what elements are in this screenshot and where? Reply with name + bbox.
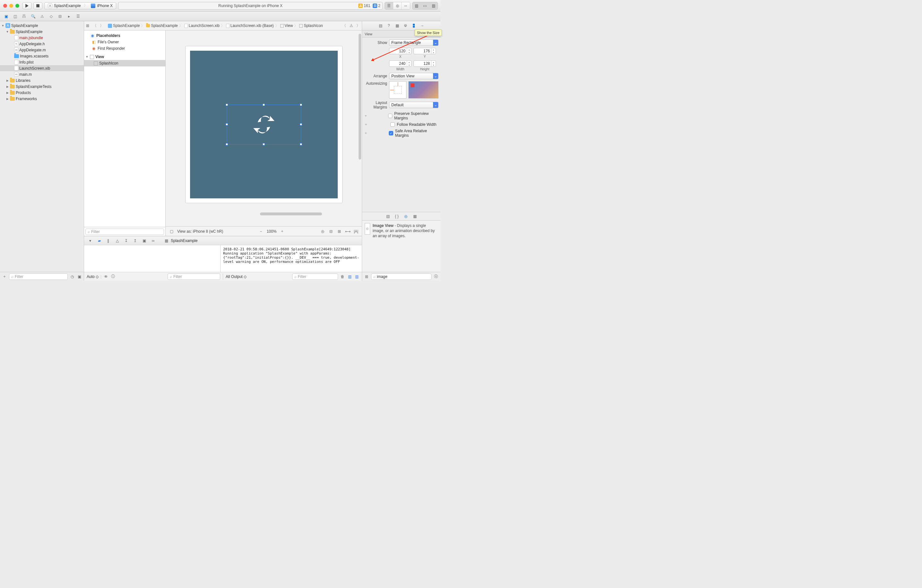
zoom-in-button[interactable]: ＋ xyxy=(280,229,285,234)
tree-folder[interactable]: ▶Libraries xyxy=(0,77,84,83)
grid-view-icon[interactable]: ⊞ xyxy=(364,274,369,279)
step-out-icon[interactable]: ↥ xyxy=(132,237,139,244)
step-over-icon[interactable]: △ xyxy=(114,237,121,244)
library-filter[interactable]: ⌕image xyxy=(371,273,432,280)
crumb[interactable]: LaunchScreen.xib (Base) xyxy=(226,23,274,28)
help-inspector-tab[interactable]: ? xyxy=(385,23,392,29)
tree-group[interactable]: ▼SplashExample xyxy=(0,29,84,35)
selected-imageview[interactable] xyxy=(227,105,301,144)
next-issue-button[interactable]: 〉 xyxy=(355,23,362,29)
toggle-debug-button[interactable]: ▭ xyxy=(421,2,429,9)
clear-filter-icon[interactable]: ⓧ xyxy=(433,274,438,279)
tree-file[interactable]: mAppDelegate.m xyxy=(0,47,84,53)
tree-file[interactable]: Images.xcassets xyxy=(0,53,84,59)
related-items-icon[interactable]: ⊞ xyxy=(84,23,91,29)
scheme-selector[interactable]: ASplashExample 〉 iPhone X xyxy=(44,2,116,9)
close-window-button[interactable] xyxy=(3,4,7,8)
files-owner[interactable]: ◧File's Owner xyxy=(84,39,165,45)
project-root[interactable]: ▼ASplashExample xyxy=(0,23,84,29)
debug-navigator-tab[interactable]: ⊟ xyxy=(56,13,64,20)
run-button[interactable] xyxy=(23,2,31,9)
debug-target[interactable]: SplashExample xyxy=(171,238,198,243)
debug-view-icon[interactable]: ▣ xyxy=(141,237,148,244)
variables-filter[interactable]: ⌕Filter xyxy=(168,273,220,280)
issue-list-button[interactable]: ⚠ xyxy=(348,23,355,29)
outline-view[interactable]: ▼View xyxy=(84,54,165,60)
project-navigator-tab[interactable]: ▣ xyxy=(2,13,10,20)
crumb[interactable]: View xyxy=(280,23,293,28)
size-inspector-tab[interactable] xyxy=(410,23,418,29)
forward-button[interactable]: 〉 xyxy=(98,23,105,29)
add-option-icon[interactable]: + xyxy=(364,122,368,127)
crumb[interactable]: SplashIcon xyxy=(299,23,323,28)
show-popup[interactable]: Frame Rectangle⌄ xyxy=(389,39,438,46)
console-output[interactable]: 2018-02-21 09:58:06.241451-0600 SplashEx… xyxy=(221,245,362,272)
variables-scope-popup[interactable]: Auto ◇ xyxy=(87,274,98,279)
pause-icon[interactable]: ‖ xyxy=(105,237,112,244)
test-navigator-tab[interactable]: ◇ xyxy=(47,13,55,20)
back-button[interactable]: 〈 xyxy=(91,23,98,29)
right-pane-icon[interactable]: ▥ xyxy=(354,274,359,279)
console-scope-popup[interactable]: All Output ◇ xyxy=(226,274,247,279)
arrange-popup[interactable]: Position View⌄ xyxy=(389,73,438,79)
assistant-editor-button[interactable]: ◎ xyxy=(393,2,402,9)
warning-count-badge[interactable]: ⚠161 xyxy=(358,3,370,8)
connections-inspector-tab[interactable]: → xyxy=(418,23,426,29)
prev-issue-button[interactable]: 〈 xyxy=(341,23,348,29)
add-button[interactable]: ＋ xyxy=(2,274,7,279)
add-option-icon[interactable]: + xyxy=(364,131,368,136)
symbol-navigator-tab[interactable]: 吕 xyxy=(20,13,28,20)
tree-folder[interactable]: ▶SplashExampleTests xyxy=(0,83,84,90)
file-template-tab[interactable]: ▤ xyxy=(384,213,392,219)
resolve-button[interactable]: ⟷ xyxy=(345,229,350,234)
standard-editor-button[interactable]: ☰ xyxy=(385,2,393,9)
align-button[interactable]: ⊟ xyxy=(329,229,333,234)
report-navigator-tab[interactable]: ☰ xyxy=(74,13,82,20)
step-into-icon[interactable]: ↧ xyxy=(123,237,130,244)
variables-view[interactable] xyxy=(84,245,221,272)
tree-file[interactable]: mmain.m xyxy=(0,71,84,77)
interface-builder-canvas[interactable] xyxy=(166,31,362,226)
version-editor-button[interactable]: ↔ xyxy=(402,2,410,9)
toggle-navigator-button[interactable]: ▥ xyxy=(412,2,421,9)
tree-folder[interactable]: ▶Frameworks xyxy=(0,96,84,102)
preserve-margins-checkbox[interactable]: Preserve Superview Margins xyxy=(388,111,438,120)
code-snippet-tab[interactable]: { } xyxy=(393,213,401,219)
outline-section[interactable]: ◉Placeholders xyxy=(84,33,165,39)
identity-inspector-tab[interactable]: ▦ xyxy=(393,23,401,29)
stop-button[interactable] xyxy=(33,2,43,9)
embed-button[interactable]: ◎ xyxy=(320,229,325,234)
height-field[interactable]: 128▴▾ xyxy=(414,60,436,67)
memory-icon[interactable]: ∞ xyxy=(150,237,157,244)
constraints-button[interactable]: |A| xyxy=(353,229,359,234)
issue-navigator-tab[interactable]: ⚠ xyxy=(38,13,46,20)
toggle-outline-icon[interactable]: ▢ xyxy=(169,229,174,234)
safe-area-checkbox[interactable]: ✓Safe Area Relative Margins xyxy=(389,129,438,138)
crumb[interactable]: SplashExample xyxy=(108,23,140,28)
pin-button[interactable]: ⊞ xyxy=(337,229,342,234)
outline-filter[interactable]: ⌕Filter xyxy=(85,229,164,235)
info-icon[interactable]: ⓘ xyxy=(110,274,116,279)
zoom-window-button[interactable] xyxy=(15,4,19,8)
scm-filter-icon[interactable]: ▣ xyxy=(77,274,82,279)
recent-filter-icon[interactable]: ◷ xyxy=(70,274,75,279)
media-library-tab[interactable]: ▦ xyxy=(411,213,418,219)
tree-folder[interactable]: ▶Products xyxy=(0,90,84,96)
tree-file-selected[interactable]: LaunchScreen.xib xyxy=(0,65,84,71)
add-option-icon[interactable]: + xyxy=(364,114,368,118)
minimize-window-button[interactable] xyxy=(9,4,13,8)
autoresizing-control[interactable] xyxy=(389,81,406,98)
info-count-badge[interactable]: ☷2 xyxy=(373,3,381,8)
console-filter[interactable]: ⌕Filter xyxy=(292,273,338,280)
project-tree[interactable]: ▼ASplashExample ▼SplashExample main.jsbu… xyxy=(0,21,84,272)
view-as-label[interactable]: View as: iPhone 8 (wC hR) xyxy=(177,229,223,234)
find-navigator-tab[interactable]: 🔍 xyxy=(29,13,37,20)
layout-margins-popup[interactable]: Default⌄ xyxy=(389,102,438,108)
width-field[interactable]: 240▴▾ xyxy=(389,60,412,67)
crumb[interactable]: LaunchScreen.xib xyxy=(184,23,219,28)
tree-file[interactable]: hAppDelegate.h xyxy=(0,41,84,47)
attributes-inspector-tab[interactable]: ⟱ xyxy=(402,23,409,29)
left-pane-icon[interactable]: ▥ xyxy=(347,274,352,279)
toggle-inspector-button[interactable]: ▥ xyxy=(429,2,438,9)
tree-file[interactable]: main.jsbundle xyxy=(0,35,84,41)
